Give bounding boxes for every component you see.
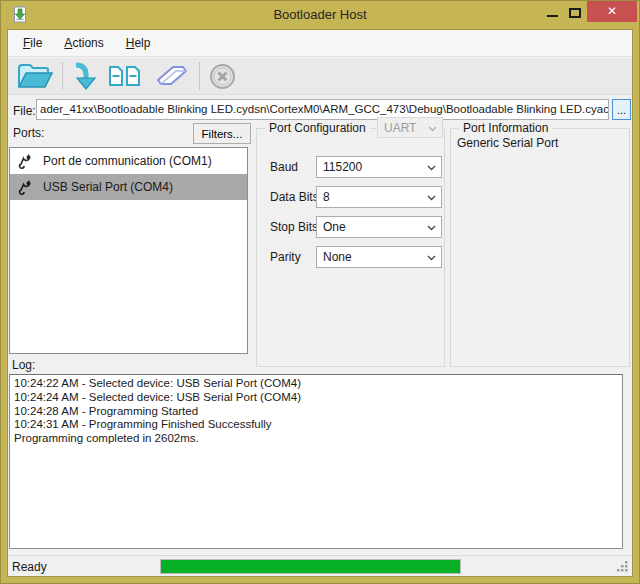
progress-bar-fill — [161, 560, 460, 573]
window-title: Bootloader Host — [0, 7, 640, 22]
file-label: File: — [13, 104, 36, 118]
log-label: Log: — [12, 358, 35, 372]
stop-bits-value: One — [323, 220, 346, 234]
ports-label: Ports: — [13, 126, 44, 140]
minimize-button[interactable] — [547, 15, 558, 17]
port-list-item-com4[interactable]: USB Serial Port (COM4) — [10, 174, 247, 200]
port-information-group: Port Information Generic Serial Port — [450, 128, 630, 367]
file-path-input[interactable]: ader_41xx\Bootloadable Blinking LED.cyds… — [36, 99, 609, 120]
chevron-down-icon — [427, 165, 436, 171]
erase-button[interactable] — [149, 59, 195, 93]
menu-bar: File Actions Help — [8, 30, 632, 57]
parity-dropdown[interactable]: None — [316, 246, 442, 268]
serial-port-icon — [17, 179, 34, 196]
open-file-icon — [17, 62, 53, 90]
data-bits-dropdown[interactable]: 8 — [316, 186, 442, 208]
menu-help[interactable]: Help — [117, 31, 160, 55]
port-item-label: USB Serial Port (COM4) — [43, 180, 173, 194]
log-textbox[interactable]: 10:24:22 AM - Selected device: USB Seria… — [9, 374, 623, 549]
toolbar-separator — [62, 62, 63, 90]
menu-file[interactable]: File — [14, 31, 51, 55]
stop-bits-label: Stop Bits — [270, 220, 318, 234]
log-line: 10:24:24 AM - Selected device: USB Seria… — [14, 391, 618, 405]
status-bar: Ready — [8, 555, 632, 576]
verify-button[interactable] — [103, 59, 149, 93]
status-text: Ready — [12, 560, 47, 574]
parity-label: Parity — [270, 250, 301, 264]
erase-icon — [154, 63, 190, 89]
progress-bar — [160, 559, 461, 574]
toolbar-separator — [199, 62, 200, 90]
port-configuration-title: Port Configuration — [265, 121, 370, 135]
open-file-button[interactable] — [12, 59, 58, 93]
stop-bits-dropdown[interactable]: One — [316, 216, 442, 238]
title-bar[interactable]: Bootloader Host ✕ — [0, 0, 640, 30]
baud-dropdown[interactable]: 115200 — [316, 156, 442, 178]
chevron-down-icon — [428, 126, 437, 132]
abort-button — [204, 59, 241, 93]
baud-value: 115200 — [323, 160, 362, 174]
log-line: 10:24:31 AM - Programming Finished Succe… — [14, 418, 618, 432]
menu-actions[interactable]: Actions — [55, 31, 112, 55]
client-area: File Actions Help — [8, 30, 632, 576]
parity-value: None — [323, 250, 352, 264]
verify-icon — [108, 63, 144, 89]
baud-label: Baud — [270, 160, 298, 174]
log-line: 10:24:22 AM - Selected device: USB Seria… — [14, 377, 618, 391]
port-configuration-group: Port Configuration UART Baud 115200 Data… — [256, 128, 445, 367]
protocol-value: UART — [384, 121, 416, 135]
data-bits-label: Data Bits — [270, 190, 319, 204]
serial-port-icon — [17, 153, 34, 170]
chevron-down-icon — [427, 195, 436, 201]
program-icon — [72, 62, 98, 91]
chevron-down-icon — [427, 255, 436, 261]
port-information-text: Generic Serial Port — [457, 136, 558, 150]
maximize-button[interactable] — [569, 8, 581, 18]
port-information-title: Port Information — [459, 121, 552, 135]
program-button[interactable] — [67, 59, 103, 93]
filters-button[interactable]: Filters... — [193, 123, 251, 144]
port-list: Port de communication (COM1) USB Serial … — [9, 147, 248, 354]
browse-button[interactable]: ... — [612, 99, 631, 120]
log-line: Programming completed in 2602ms. — [14, 432, 618, 446]
close-button[interactable]: ✕ — [587, 1, 637, 22]
data-bits-value: 8 — [323, 190, 330, 204]
chevron-down-icon — [427, 225, 436, 231]
port-list-item-com1[interactable]: Port de communication (COM1) — [10, 148, 247, 174]
resize-grip[interactable] — [616, 560, 629, 573]
abort-icon — [209, 63, 236, 90]
bootloader-host-window: Bootloader Host ✕ File Actions Help — [0, 0, 640, 584]
toolbar — [8, 58, 632, 95]
log-line: 10:24:28 AM - Programming Started — [14, 405, 618, 419]
port-item-label: Port de communication (COM1) — [43, 154, 212, 168]
protocol-dropdown: UART — [377, 117, 443, 138]
